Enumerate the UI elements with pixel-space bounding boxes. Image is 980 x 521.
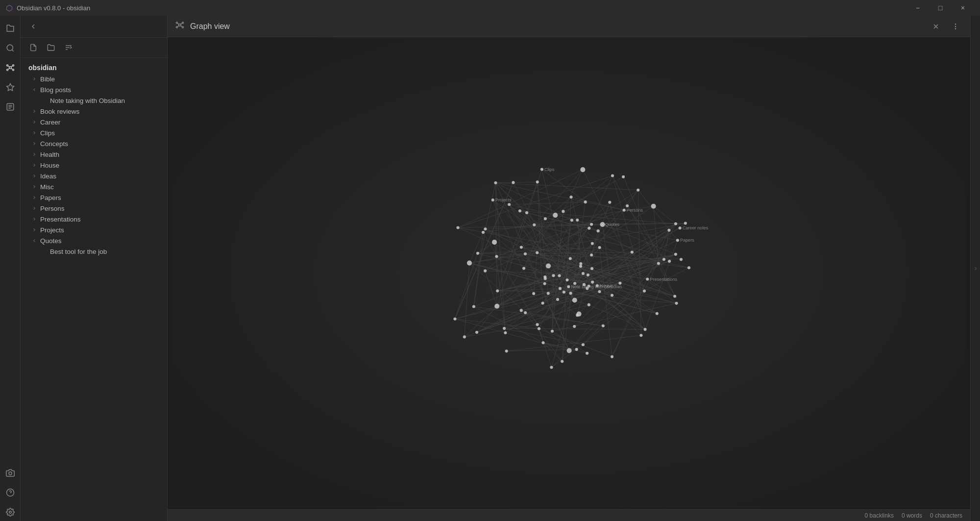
more-options-button[interactable] bbox=[949, 20, 962, 33]
svg-point-315 bbox=[524, 252, 527, 255]
tree-item-health[interactable]: Health bbox=[23, 149, 165, 160]
tree-label-bible: Bible bbox=[40, 75, 161, 83]
chevron-icon bbox=[30, 129, 38, 137]
close-button[interactable]: × bbox=[952, 0, 974, 16]
tree-item-book-reviews[interactable]: Book reviews bbox=[23, 106, 165, 117]
svg-point-274 bbox=[602, 324, 605, 327]
svg-point-378 bbox=[546, 263, 551, 268]
tree-item-concepts[interactable]: Concepts bbox=[23, 138, 165, 149]
svg-point-363 bbox=[667, 229, 670, 232]
svg-point-366 bbox=[656, 312, 659, 315]
svg-point-296 bbox=[476, 252, 479, 255]
svg-point-314 bbox=[580, 167, 585, 172]
graph-view-title: Graph view bbox=[190, 22, 923, 31]
tree-item-note-taking[interactable]: Note taking with Obsidian bbox=[23, 95, 165, 106]
back-button[interactable] bbox=[26, 20, 40, 33]
icon-rail bbox=[0, 16, 21, 521]
new-folder-button[interactable] bbox=[44, 41, 58, 54]
rail-camera-icon[interactable] bbox=[1, 464, 19, 482]
tree-item-ideas[interactable]: Ideas bbox=[23, 171, 165, 181]
svg-point-336 bbox=[504, 331, 507, 334]
tree-item-projects[interactable]: Projects bbox=[23, 224, 165, 235]
svg-text:Papers: Papers bbox=[680, 238, 694, 243]
rail-graph-icon[interactable] bbox=[1, 59, 19, 76]
svg-point-285 bbox=[505, 349, 508, 352]
tree-item-persons[interactable]: Persons bbox=[23, 203, 165, 214]
svg-point-361 bbox=[569, 257, 572, 260]
svg-point-318 bbox=[626, 204, 629, 207]
tree-item-blog-posts[interactable]: Blog posts bbox=[23, 84, 165, 95]
svg-line-29 bbox=[181, 23, 182, 25]
svg-point-358 bbox=[591, 242, 594, 245]
tree-item-career[interactable]: Career bbox=[23, 117, 165, 127]
svg-point-343 bbox=[525, 211, 528, 214]
tree-item-bible[interactable]: Bible bbox=[23, 74, 165, 84]
rail-starred-icon[interactable] bbox=[1, 78, 19, 96]
words-status: 0 words bbox=[902, 512, 922, 519]
svg-point-374 bbox=[475, 331, 478, 334]
svg-text:Persons: Persons bbox=[627, 208, 643, 213]
tree-item-presentations[interactable]: Presentations bbox=[23, 214, 165, 224]
svg-point-19 bbox=[9, 511, 11, 514]
rail-files-icon[interactable] bbox=[1, 20, 19, 37]
rail-search-icon[interactable] bbox=[1, 39, 19, 57]
maximize-button[interactable]: □ bbox=[929, 0, 952, 16]
app-title: Obsidian v0.8.0 - obsidian bbox=[17, 4, 90, 12]
graph-canvas[interactable]: Note taking with ObsidianProjectsCareer … bbox=[168, 37, 970, 509]
rail-settings-icon[interactable] bbox=[1, 503, 19, 521]
svg-line-1 bbox=[12, 50, 13, 51]
svg-marker-11 bbox=[6, 84, 14, 91]
tree-item-best-tool[interactable]: Best tool for the job bbox=[23, 246, 165, 257]
svg-point-301 bbox=[637, 189, 639, 192]
svg-point-376 bbox=[518, 209, 521, 212]
svg-point-307 bbox=[453, 318, 456, 321]
svg-line-7 bbox=[8, 66, 9, 67]
tree-item-misc[interactable]: Misc bbox=[23, 181, 165, 192]
tree-item-clips[interactable]: Clips bbox=[23, 127, 165, 138]
svg-point-294 bbox=[608, 201, 611, 204]
svg-point-332 bbox=[563, 291, 565, 294]
svg-point-297 bbox=[472, 305, 475, 308]
svg-point-286 bbox=[611, 355, 613, 358]
tree-item-house[interactable]: House bbox=[23, 160, 165, 171]
tree-item-papers[interactable]: Papers bbox=[23, 192, 165, 203]
new-note-button[interactable] bbox=[26, 41, 40, 54]
svg-point-355 bbox=[572, 298, 577, 302]
tree-item-quotes[interactable]: Quotes bbox=[23, 235, 165, 246]
svg-point-380 bbox=[576, 219, 579, 222]
svg-point-267 bbox=[567, 285, 570, 288]
svg-point-322 bbox=[567, 348, 572, 353]
tree-label-presentations: Presentations bbox=[40, 216, 161, 223]
file-tree: obsidian BibleBlog postsNote taking with… bbox=[21, 58, 167, 521]
svg-point-338 bbox=[611, 174, 614, 177]
chevron-icon bbox=[30, 150, 38, 158]
tree-label-best-tool: Best tool for the job bbox=[50, 248, 161, 255]
svg-point-292 bbox=[544, 217, 547, 220]
svg-text:Quotes: Quotes bbox=[605, 222, 620, 227]
file-explorer-toolbar bbox=[21, 38, 167, 58]
svg-text:Career notes: Career notes bbox=[683, 225, 709, 230]
chevron-icon bbox=[30, 204, 38, 212]
svg-point-354 bbox=[639, 334, 642, 337]
tree-label-misc: Misc bbox=[40, 183, 161, 191]
chevron-icon bbox=[30, 86, 38, 94]
svg-point-0 bbox=[7, 45, 13, 50]
tree-label-concepts: Concepts bbox=[40, 140, 161, 148]
svg-point-384 bbox=[524, 311, 527, 314]
sort-button[interactable] bbox=[62, 41, 75, 54]
svg-point-3 bbox=[6, 65, 8, 66]
rail-help-icon[interactable] bbox=[1, 484, 19, 501]
titlebar: ⬡ Obsidian v0.8.0 - obsidian − □ × bbox=[0, 0, 980, 16]
close-graph-button[interactable] bbox=[929, 20, 943, 33]
svg-point-329 bbox=[503, 327, 506, 330]
svg-point-270 bbox=[687, 266, 690, 269]
minimize-button[interactable]: − bbox=[906, 0, 929, 16]
rail-tags-icon[interactable] bbox=[1, 98, 19, 116]
svg-point-369 bbox=[575, 348, 578, 351]
svg-point-356 bbox=[622, 175, 625, 178]
svg-point-278 bbox=[623, 209, 626, 212]
right-panel-toggle[interactable] bbox=[970, 16, 980, 521]
svg-line-30 bbox=[178, 25, 179, 27]
svg-point-5 bbox=[6, 69, 8, 71]
tree-label-ideas: Ideas bbox=[40, 173, 161, 180]
